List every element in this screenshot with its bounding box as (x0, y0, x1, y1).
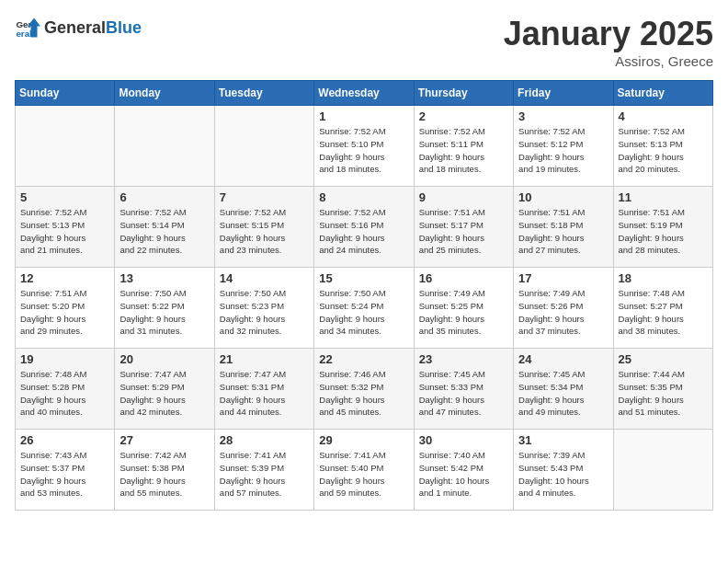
day-number: 7 (220, 190, 309, 204)
calendar-cell: 26Sunrise: 7:43 AM Sunset: 5:37 PM Dayli… (16, 430, 115, 511)
calendar-cell (115, 106, 214, 187)
day-number: 13 (119, 271, 209, 285)
day-number: 10 (518, 190, 608, 204)
day-number: 17 (518, 271, 608, 285)
day-info: Sunrise: 7:52 AM Sunset: 5:14 PM Dayligh… (119, 206, 209, 257)
day-number: 19 (20, 352, 109, 366)
calendar-cell: 28Sunrise: 7:41 AM Sunset: 5:39 PM Dayli… (214, 430, 313, 511)
title-area: January 2025 Assiros, Greece (504, 15, 713, 69)
weekday-header: Sunday (16, 81, 115, 106)
calendar-cell: 21Sunrise: 7:47 AM Sunset: 5:31 PM Dayli… (214, 349, 313, 430)
day-info: Sunrise: 7:52 AM Sunset: 5:13 PM Dayligh… (619, 125, 708, 176)
day-number: 22 (319, 352, 408, 366)
logo: Gen eral GeneralBlue (15, 15, 142, 40)
day-info: Sunrise: 7:39 AM Sunset: 5:43 PM Dayligh… (518, 449, 608, 500)
calendar-cell: 11Sunrise: 7:51 AM Sunset: 5:19 PM Dayli… (613, 187, 712, 268)
calendar-cell (214, 106, 313, 187)
calendar-cell: 13Sunrise: 7:50 AM Sunset: 5:22 PM Dayli… (115, 268, 214, 349)
day-number: 21 (220, 352, 309, 366)
calendar-cell: 14Sunrise: 7:50 AM Sunset: 5:23 PM Dayli… (214, 268, 313, 349)
day-number: 16 (419, 271, 508, 285)
day-number: 15 (319, 271, 408, 285)
calendar-cell (16, 106, 115, 187)
logo-icon: Gen eral (15, 15, 40, 40)
day-number: 9 (419, 190, 508, 204)
weekday-header: Saturday (613, 81, 712, 106)
calendar-cell: 24Sunrise: 7:45 AM Sunset: 5:34 PM Dayli… (514, 349, 613, 430)
day-number: 26 (20, 433, 109, 447)
calendar-cell: 12Sunrise: 7:51 AM Sunset: 5:20 PM Dayli… (16, 268, 115, 349)
calendar-cell: 5Sunrise: 7:52 AM Sunset: 5:13 PM Daylig… (16, 187, 115, 268)
calendar-cell: 30Sunrise: 7:40 AM Sunset: 5:42 PM Dayli… (414, 430, 513, 511)
calendar-cell: 10Sunrise: 7:51 AM Sunset: 5:18 PM Dayli… (514, 187, 613, 268)
day-number: 6 (119, 190, 209, 204)
calendar-cell: 31Sunrise: 7:39 AM Sunset: 5:43 PM Dayli… (514, 430, 613, 511)
day-info: Sunrise: 7:42 AM Sunset: 5:38 PM Dayligh… (119, 449, 209, 500)
day-info: Sunrise: 7:50 AM Sunset: 5:22 PM Dayligh… (119, 287, 209, 338)
day-info: Sunrise: 7:52 AM Sunset: 5:11 PM Dayligh… (419, 125, 508, 176)
calendar-cell: 1Sunrise: 7:52 AM Sunset: 5:10 PM Daylig… (314, 106, 414, 187)
day-info: Sunrise: 7:46 AM Sunset: 5:32 PM Dayligh… (319, 368, 408, 419)
weekday-header: Thursday (414, 81, 513, 106)
day-info: Sunrise: 7:52 AM Sunset: 5:12 PM Dayligh… (518, 125, 608, 176)
weekday-header: Monday (115, 81, 214, 106)
day-info: Sunrise: 7:47 AM Sunset: 5:29 PM Dayligh… (119, 368, 209, 419)
day-number: 5 (20, 190, 109, 204)
day-info: Sunrise: 7:45 AM Sunset: 5:33 PM Dayligh… (419, 368, 508, 419)
calendar-subtitle: Assiros, Greece (504, 53, 713, 69)
day-info: Sunrise: 7:50 AM Sunset: 5:24 PM Dayligh… (319, 287, 408, 338)
day-number: 18 (619, 271, 708, 285)
day-number: 31 (518, 433, 608, 447)
calendar-cell: 4Sunrise: 7:52 AM Sunset: 5:13 PM Daylig… (613, 106, 712, 187)
calendar-cell: 15Sunrise: 7:50 AM Sunset: 5:24 PM Dayli… (314, 268, 414, 349)
day-number: 30 (419, 433, 508, 447)
day-number: 8 (319, 190, 408, 204)
day-info: Sunrise: 7:51 AM Sunset: 5:18 PM Dayligh… (518, 206, 608, 257)
calendar-cell: 22Sunrise: 7:46 AM Sunset: 5:32 PM Dayli… (314, 349, 414, 430)
day-info: Sunrise: 7:41 AM Sunset: 5:39 PM Dayligh… (220, 449, 309, 500)
calendar-cell: 2Sunrise: 7:52 AM Sunset: 5:11 PM Daylig… (414, 106, 513, 187)
weekday-header: Friday (514, 81, 613, 106)
day-info: Sunrise: 7:51 AM Sunset: 5:19 PM Dayligh… (619, 206, 708, 257)
day-info: Sunrise: 7:43 AM Sunset: 5:37 PM Dayligh… (20, 449, 109, 500)
day-info: Sunrise: 7:48 AM Sunset: 5:27 PM Dayligh… (619, 287, 708, 338)
day-number: 3 (518, 109, 608, 123)
day-number: 28 (220, 433, 309, 447)
svg-text:eral: eral (16, 29, 32, 39)
day-info: Sunrise: 7:45 AM Sunset: 5:34 PM Dayligh… (518, 368, 608, 419)
calendar-cell: 7Sunrise: 7:52 AM Sunset: 5:15 PM Daylig… (214, 187, 313, 268)
day-number: 14 (220, 271, 309, 285)
calendar-cell (613, 430, 712, 511)
day-number: 23 (419, 352, 508, 366)
logo-text: GeneralBlue (44, 18, 142, 38)
calendar-cell: 6Sunrise: 7:52 AM Sunset: 5:14 PM Daylig… (115, 187, 214, 268)
day-info: Sunrise: 7:51 AM Sunset: 5:20 PM Dayligh… (20, 287, 109, 338)
day-info: Sunrise: 7:52 AM Sunset: 5:15 PM Dayligh… (220, 206, 309, 257)
calendar-cell: 17Sunrise: 7:49 AM Sunset: 5:26 PM Dayli… (514, 268, 613, 349)
calendar-title: January 2025 (504, 15, 713, 53)
day-info: Sunrise: 7:52 AM Sunset: 5:10 PM Dayligh… (319, 125, 408, 176)
calendar-cell: 18Sunrise: 7:48 AM Sunset: 5:27 PM Dayli… (613, 268, 712, 349)
calendar-cell: 29Sunrise: 7:41 AM Sunset: 5:40 PM Dayli… (314, 430, 414, 511)
calendar-cell: 20Sunrise: 7:47 AM Sunset: 5:29 PM Dayli… (115, 349, 214, 430)
day-info: Sunrise: 7:48 AM Sunset: 5:28 PM Dayligh… (20, 368, 109, 419)
day-info: Sunrise: 7:47 AM Sunset: 5:31 PM Dayligh… (220, 368, 309, 419)
day-info: Sunrise: 7:40 AM Sunset: 5:42 PM Dayligh… (419, 449, 508, 500)
weekday-header: Tuesday (214, 81, 313, 106)
day-number: 4 (619, 109, 708, 123)
day-info: Sunrise: 7:44 AM Sunset: 5:35 PM Dayligh… (619, 368, 708, 419)
calendar-table: SundayMondayTuesdayWednesdayThursdayFrid… (15, 80, 713, 511)
day-info: Sunrise: 7:52 AM Sunset: 5:16 PM Dayligh… (319, 206, 408, 257)
day-number: 27 (119, 433, 209, 447)
day-info: Sunrise: 7:52 AM Sunset: 5:13 PM Dayligh… (20, 206, 109, 257)
header: Gen eral GeneralBlue January 2025 Assiro… (15, 15, 713, 69)
day-number: 11 (619, 190, 708, 204)
day-number: 2 (419, 109, 508, 123)
calendar-cell: 27Sunrise: 7:42 AM Sunset: 5:38 PM Dayli… (115, 430, 214, 511)
day-number: 25 (619, 352, 708, 366)
calendar-cell: 16Sunrise: 7:49 AM Sunset: 5:25 PM Dayli… (414, 268, 513, 349)
day-info: Sunrise: 7:49 AM Sunset: 5:26 PM Dayligh… (518, 287, 608, 338)
day-info: Sunrise: 7:41 AM Sunset: 5:40 PM Dayligh… (319, 449, 408, 500)
day-info: Sunrise: 7:49 AM Sunset: 5:25 PM Dayligh… (419, 287, 508, 338)
calendar-cell: 9Sunrise: 7:51 AM Sunset: 5:17 PM Daylig… (414, 187, 513, 268)
